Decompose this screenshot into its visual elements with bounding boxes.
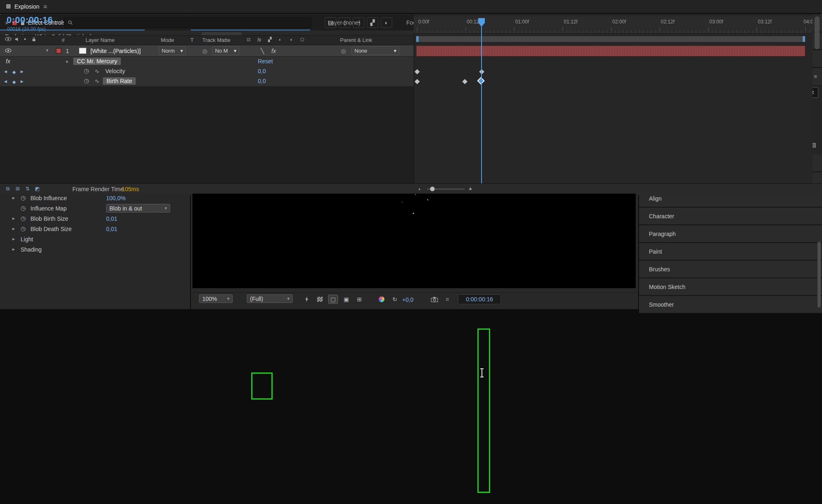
panel-header-brushes[interactable]: Brushes — [639, 261, 822, 278]
property-name[interactable]: Velocity — [105, 68, 125, 74]
col-t[interactable]: T — [190, 37, 194, 43]
property-row-blob-death-size[interactable]: ▸◷ Blob Death Size 0,01 — [0, 224, 190, 234]
influence-map-dropdown[interactable]: Blob in & out▾ — [106, 204, 170, 213]
resolution-dropdown[interactable]: (Full)▾ — [247, 294, 293, 303]
lock-column-icon[interactable] — [32, 37, 36, 42]
panel-header-paint[interactable]: Paint — [639, 243, 822, 261]
visibility-column-icon[interactable] — [5, 37, 12, 41]
work-area-end-handle[interactable] — [803, 36, 805, 42]
frame-blend-column-icon[interactable]: ▞ — [268, 37, 271, 42]
track-matte-dropdown[interactable]: No M▾ — [212, 46, 239, 55]
property-name[interactable]: Birth Rate — [103, 77, 136, 85]
panel-header-motion-sketch[interactable]: Motion Sketch — [639, 278, 822, 296]
dock-scrollbar[interactable] — [817, 242, 821, 307]
stopwatch-icon[interactable]: ◷ — [21, 205, 25, 211]
parent-pickwhip-icon[interactable]: ◎ — [341, 48, 346, 54]
panel-header-paragraph[interactable]: Paragraph — [639, 225, 822, 243]
graph-editor-icon[interactable]: ∿ — [95, 68, 100, 74]
collapse-transforms-column-icon[interactable]: ⊡ — [247, 37, 250, 42]
timeline-effect-name[interactable]: CC Mr. Mercury — [73, 58, 121, 65]
exposure-value[interactable]: +0,0 — [402, 296, 414, 303]
group-row-shading[interactable]: ▸ Shading — [0, 245, 190, 255]
panel-menu-icon[interactable]: ≡ — [814, 73, 817, 80]
property-row-blob-influence[interactable]: ▸◷ Blob Influence 100,0% — [0, 193, 190, 203]
layer-color-swatch[interactable] — [56, 48, 61, 53]
in-out-toggle-icon[interactable]: ⇅ — [24, 185, 31, 192]
viewer-timecode-box[interactable]: 0:00:00:16 — [458, 294, 501, 304]
birth-rate-property-row[interactable]: ◀ ◆ ▶ ◷ ∿ Birth Rate 0,0 — [0, 76, 414, 86]
previous-keyframe-icon[interactable]: ◀ — [4, 79, 7, 83]
3d-layer-column-icon[interactable]: ⬡ — [300, 37, 304, 42]
next-keyframe-icon[interactable]: ▶ — [21, 69, 23, 74]
frame-blending-icon[interactable]: ▞ — [367, 17, 378, 28]
solo-column-icon[interactable]: ● — [24, 37, 26, 41]
current-timecode[interactable]: 0:00:00:16 — [7, 15, 53, 25]
timeline-reset-button[interactable]: Reset — [258, 58, 273, 65]
effect-expander-icon[interactable]: ▾ — [66, 59, 68, 65]
velocity-property-row[interactable]: ◀ ◆ ▶ ◷ ∿ Velocity 0,0 — [0, 67, 414, 76]
draft-3d-icon[interactable]: ◇ — [339, 17, 350, 28]
timeline-search-input[interactable] — [76, 20, 307, 26]
expander-icon[interactable]: ▸ — [12, 226, 15, 231]
stopwatch-icon[interactable]: ◷ — [84, 77, 89, 84]
layer-expander-icon[interactable]: ▾ — [46, 48, 49, 53]
work-area-bar[interactable] — [416, 36, 805, 42]
motion-blur-column-icon[interactable]: ◐ — [279, 37, 282, 42]
property-row-influence-map[interactable]: ◷ Influence Map Blob in & out▾ — [0, 203, 190, 214]
expander-icon[interactable]: ▸ — [12, 236, 15, 242]
composition-mini-flowchart-icon[interactable]: ▤ — [325, 17, 336, 28]
layer-switches-toggle-icon[interactable]: ⧉ — [4, 185, 12, 192]
stopwatch-icon[interactable]: ◷ — [84, 67, 89, 74]
work-area-start-handle[interactable] — [416, 36, 419, 42]
zoom-in-mountain-icon[interactable]: ▲ — [468, 185, 473, 191]
effect-group-row[interactable]: fx ▾ CC Mr. Mercury Reset — [0, 57, 414, 67]
quality-switch-icon[interactable]: ╲ — [261, 48, 264, 54]
channel-color-icon[interactable] — [377, 295, 387, 304]
audio-column-icon[interactable] — [15, 37, 19, 42]
layer-name[interactable]: [White ...(Particles)] — [90, 48, 141, 54]
expander-icon[interactable]: ▸ — [12, 195, 15, 201]
show-snapshot-icon[interactable]: ⌗ — [442, 295, 452, 304]
previous-keyframe-icon[interactable]: ◀ — [4, 69, 7, 74]
track-matte-pickwhip-icon[interactable]: ◎ — [202, 48, 207, 54]
panel-menu-icon[interactable]: ≡ — [44, 3, 47, 10]
timeline-zoom-slider-handle[interactable] — [430, 187, 435, 191]
effects-column-icon[interactable]: fx — [257, 37, 261, 43]
region-of-interest-icon[interactable]: ▣ — [341, 295, 351, 304]
fast-previews-icon[interactable] — [302, 295, 312, 304]
next-keyframe-icon[interactable]: ▶ — [21, 79, 23, 83]
panel-header-smoother[interactable]: Smoother — [639, 296, 822, 314]
group-row-light[interactable]: ▸ Light — [0, 234, 190, 245]
parent-dropdown[interactable]: None▾ — [352, 46, 399, 55]
stopwatch-icon[interactable]: ◷ — [21, 194, 25, 201]
add-keyframe-icon[interactable]: ◆ — [12, 69, 16, 75]
graph-editor-icon[interactable]: ∿ — [95, 78, 100, 84]
layer-visibility-icon[interactable] — [5, 49, 12, 53]
timeline-scrollbar[interactable] — [815, 16, 820, 49]
transparency-grid-icon[interactable] — [315, 295, 325, 304]
layer-duration-bar[interactable] — [416, 46, 805, 56]
stopwatch-icon[interactable]: ◷ — [21, 215, 25, 222]
property-value[interactable]: 100,0% — [106, 195, 125, 201]
time-ruler[interactable]: 0:00f 00:12f 01:00f 01:12f 02:00f 02:12f… — [414, 16, 813, 34]
timeline-comp-tab[interactable]: Explosion — [14, 3, 39, 10]
zoom-out-mountain-icon[interactable]: ▲ — [418, 187, 421, 191]
property-value[interactable]: 0,01 — [106, 215, 117, 222]
col-layer-name[interactable]: Layer Name — [86, 37, 115, 43]
col-mode[interactable]: Mode — [161, 37, 174, 43]
render-time-toggle-icon[interactable]: ◩ — [34, 185, 41, 192]
reset-exposure-icon[interactable]: ↻ — [390, 295, 400, 304]
col-track-matte[interactable]: Track Matte — [202, 37, 230, 43]
timeline-search-field[interactable] — [64, 17, 311, 28]
adjustment-layer-column-icon[interactable]: ◑ — [289, 37, 292, 42]
transfer-controls-toggle-icon[interactable]: ⊞ — [14, 185, 21, 192]
expander-icon[interactable]: ▸ — [12, 215, 15, 221]
panel-header-character[interactable]: Character — [639, 208, 822, 225]
motion-blur-icon[interactable]: ◐ — [381, 17, 392, 28]
property-value[interactable]: 0,0 — [258, 68, 266, 74]
col-parent-link[interactable]: Parent & Link — [340, 37, 372, 43]
layer-row[interactable]: ▾ 1 [White ...(Particles)] Norm▾ ◎ No M▾… — [0, 45, 414, 57]
magnification-dropdown[interactable]: 100%▾ — [199, 294, 233, 303]
property-value[interactable]: 0,01 — [106, 226, 117, 232]
snapshot-camera-icon[interactable] — [429, 295, 439, 304]
